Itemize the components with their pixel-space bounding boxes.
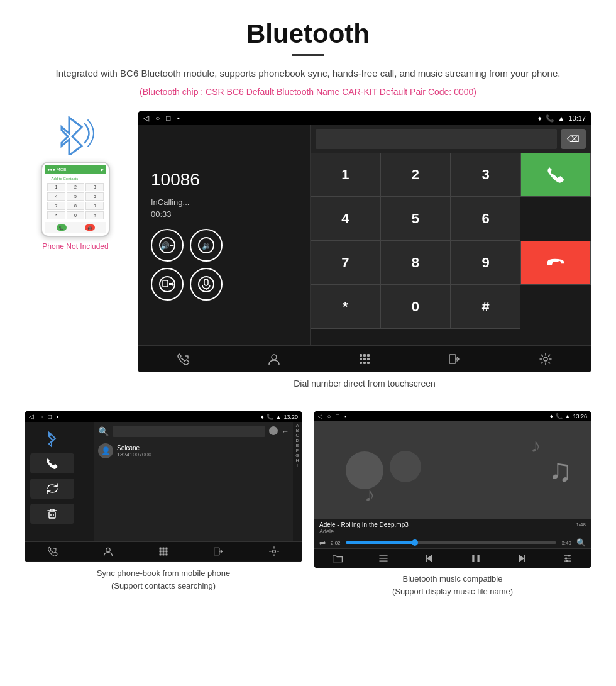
pb-delete-btn[interactable] (30, 504, 74, 524)
svg-rect-19 (367, 362, 370, 364)
pb-sync-btn[interactable] (30, 479, 74, 499)
music-nav-icons: ◁ ○ □ ▪ (318, 413, 346, 419)
phone-content: +Add to Contacts 1 2 3 4 5 6 7 8 9 * 0 (45, 174, 106, 222)
pb-contact-item[interactable]: 👤 Seicane 13241007000 (98, 441, 289, 461)
dialpad-key-6[interactable]: 6 (451, 197, 521, 241)
phonebook-caption-text: Sync phone-book from mobile phone(Suppor… (97, 568, 230, 590)
svg-text:🔊+: 🔊+ (160, 241, 174, 250)
dialpad-key-5[interactable]: 5 (380, 197, 451, 241)
music-time-current: 2:02 (331, 540, 341, 546)
backspace-button[interactable]: ⌫ (561, 129, 586, 149)
dialpad-key-1[interactable]: 1 (311, 153, 381, 197)
bottom-settings-icon[interactable] (539, 352, 553, 366)
music-eq-icon[interactable] (562, 553, 573, 564)
music-info: Adele - Rolling In the Deep.mp3 1/48 Ade… (314, 519, 591, 537)
pb-bottom-dialpad[interactable] (158, 546, 169, 557)
pb-back-btn[interactable]: ← (282, 427, 289, 436)
dialpad-key-4[interactable]: 4 (311, 197, 381, 241)
svg-rect-16 (367, 358, 370, 360)
transfer-btn[interactable] (151, 268, 184, 301)
chip-info: (Bluetooth chip : CSR BC6 Default Blueto… (13, 85, 603, 99)
dialpad-area: ⌫ 1 2 3 (311, 125, 591, 345)
music-artist: Adele (319, 528, 586, 534)
pb-contact-number: 13241007000 (117, 451, 151, 458)
call-button-green[interactable] (520, 153, 591, 197)
pb-notification-icon: ▪ (57, 413, 59, 420)
phone-call-btn: 📞 (57, 224, 67, 231)
pb-contact-info: Seicane 13241007000 (117, 445, 151, 458)
pb-bottom-contacts[interactable] (102, 546, 114, 557)
car-call-info: 10086 InCalling... 00:33 🔊+ (138, 125, 311, 345)
music-progress-bar[interactable] (346, 541, 557, 544)
pb-bottom-calls[interactable] (47, 546, 58, 557)
dialpad-key-3[interactable]: 3 (451, 153, 521, 197)
phone-key: 0 (67, 211, 85, 219)
pb-search-icon: 🔍 (98, 426, 109, 436)
svg-rect-41 (426, 555, 427, 562)
pb-search-bar[interactable] (113, 426, 265, 437)
music-progress-dot (412, 539, 418, 546)
dialpad-key-2[interactable]: 2 (380, 153, 451, 197)
pb-content: 🔍 ← 👤 Seicane 13241007000 (94, 422, 293, 541)
svg-text:🔉: 🔉 (202, 241, 211, 250)
volume-down-btn[interactable]: 🔉 (190, 229, 223, 262)
bottom-calls-icon[interactable] (177, 352, 190, 366)
music-folder-icon[interactable] (332, 553, 343, 564)
music-progress-fill (346, 541, 415, 544)
call-button-red[interactable] (520, 241, 591, 285)
music-song-name: Adele - Rolling In the Deep.mp3 (319, 521, 409, 528)
music-phone-icon: 📞 (556, 413, 563, 419)
pb-sidebar (25, 422, 94, 541)
svg-marker-0 (62, 118, 82, 155)
music-back-icon: ◁ (318, 413, 322, 419)
car-call-duration: 00:33 (151, 209, 172, 219)
pb-main: 🔍 ← 👤 Seicane 13241007000 (25, 422, 302, 541)
music-list-icon[interactable] (378, 553, 389, 564)
svg-rect-17 (360, 362, 362, 364)
dialpad-input-field[interactable] (316, 129, 557, 149)
recent-icon: □ (166, 114, 170, 123)
dialpad-key-0[interactable]: 0 (380, 285, 451, 329)
shuffle-icon[interactable]: ⇌ (319, 538, 326, 547)
pb-back-icon: ◁ (29, 413, 34, 420)
svg-rect-28 (165, 548, 167, 550)
car-dialpad-panel: ⌫ 1 2 3 (311, 125, 591, 345)
svg-rect-34 (165, 554, 167, 556)
pb-call-btn[interactable] (30, 453, 74, 473)
music-next-icon[interactable] (516, 553, 527, 564)
dialpad-key-star[interactable]: * (311, 285, 381, 329)
dialpad-key-9[interactable]: 9 (451, 241, 521, 285)
music-track: 1/48 (576, 522, 586, 528)
music-prev-icon[interactable] (424, 553, 435, 564)
pb-alpha-list: A B C D E F G H I (293, 422, 302, 541)
dialpad-key-hash[interactable]: # (451, 285, 521, 329)
svg-rect-32 (159, 554, 161, 556)
pb-wifi-icon: ▲ (276, 414, 282, 420)
pb-bottom-settings[interactable] (268, 546, 280, 557)
pb-bottom-bar (25, 541, 302, 561)
volume-up-btn[interactable]: 🔊+ (151, 229, 184, 262)
pb-slider (269, 426, 278, 435)
phone-top-bar: ●●● MOB▶ (45, 165, 106, 174)
svg-point-49 (568, 555, 570, 557)
car-nav-icons: ◁ ○ □ ▪ (143, 114, 180, 123)
phone-key: # (85, 211, 104, 219)
pb-bottom-transfer[interactable] (213, 546, 224, 557)
music-search-icon[interactable]: 🔍 (576, 538, 586, 547)
music-play-pause-icon[interactable] (470, 553, 481, 564)
bottom-contacts-icon[interactable] (267, 352, 281, 366)
music-note-sm: ♪ (531, 434, 541, 457)
bottom-dialpad-icon[interactable] (358, 352, 371, 366)
dialpad-key-7[interactable]: 7 (311, 241, 381, 285)
bottom-separator (302, 411, 314, 597)
car-call-controls: 🔊+ 🔉 (151, 229, 223, 301)
music-status-right: ♦ 📞 ▲ 13:26 (550, 413, 587, 419)
header-description: Integrated with BC6 Bluetooth module, su… (13, 66, 603, 81)
pb-alpha-c: C (295, 433, 299, 438)
music-wifi-icon: ▲ (565, 413, 571, 419)
bottom-transfer-icon[interactable] (448, 352, 462, 366)
microphone-btn[interactable] (190, 268, 223, 301)
notification-icon: ▪ (177, 114, 180, 123)
dialpad-key-8[interactable]: 8 (380, 241, 451, 285)
status-time: 13:17 (568, 114, 586, 122)
